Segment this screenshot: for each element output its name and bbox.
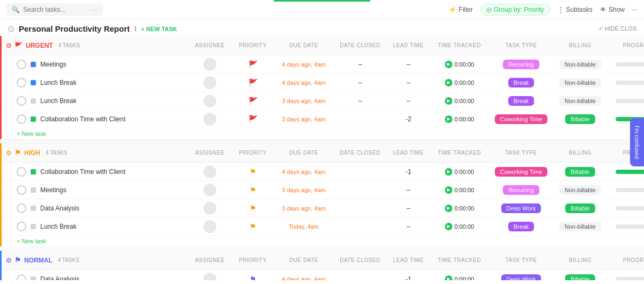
search-input[interactable] bbox=[23, 6, 88, 13]
task-type-cell: Deep Work bbox=[489, 203, 553, 213]
avatar[interactable] bbox=[203, 273, 216, 281]
task-type-badge: Coworking Time bbox=[495, 167, 548, 177]
timer-icon: ▶ bbox=[445, 168, 452, 176]
col-time-tracked-urgent: TIME TRACKED bbox=[430, 42, 489, 48]
expand-icon[interactable] bbox=[17, 203, 26, 213]
filter-button[interactable]: ⚡ Filter bbox=[449, 6, 473, 13]
timer-icon: ▶ bbox=[445, 97, 452, 105]
time-tracked-cell: ▶ 0:00:00 bbox=[430, 205, 489, 212]
task-name[interactable]: Lunch Break bbox=[40, 79, 76, 86]
hide-close-button[interactable]: ✓ HIDE CLOS bbox=[598, 25, 636, 32]
due-date: 3 days ago, 4am bbox=[282, 187, 325, 193]
task-name[interactable]: Collaboration Time with Client bbox=[40, 115, 126, 123]
task-name[interactable]: Meetings bbox=[40, 186, 67, 194]
expand-icon[interactable] bbox=[17, 114, 26, 124]
priority-cell[interactable]: ⚑ bbox=[231, 222, 274, 231]
billing-cell: Non-billable bbox=[553, 60, 607, 69]
new-task-link-high[interactable]: + New task bbox=[2, 236, 644, 246]
priority-flag: ⚑ bbox=[250, 275, 257, 281]
expand-icon[interactable] bbox=[17, 96, 26, 106]
new-task-link-urgent[interactable]: + New task bbox=[2, 128, 644, 139]
show-button[interactable]: 👁 Show bbox=[600, 6, 625, 13]
priority-cell[interactable]: ⚑ bbox=[231, 186, 274, 194]
avatar[interactable] bbox=[203, 165, 216, 178]
lead-time-cell: – bbox=[387, 61, 430, 68]
billing-badge: Non-billable bbox=[559, 60, 601, 69]
priority-cell[interactable]: 🚩 bbox=[231, 115, 274, 123]
priority-cell[interactable]: ⚑ bbox=[231, 275, 274, 281]
avatar[interactable] bbox=[203, 184, 216, 196]
urgent-group-name[interactable]: ⊙ 🚩 URGENT 4 TASKS bbox=[6, 42, 188, 49]
expand-icon[interactable] bbox=[17, 222, 26, 231]
task-name[interactable]: Data Analysis bbox=[40, 275, 79, 281]
avatar[interactable] bbox=[203, 202, 216, 215]
task-name-cell: Collaboration Time with Client bbox=[6, 167, 188, 177]
expand-icon[interactable] bbox=[17, 78, 26, 88]
priority-cell[interactable]: ⚑ bbox=[231, 168, 274, 176]
priority-cell[interactable]: 🚩 bbox=[231, 60, 274, 69]
task-dot bbox=[31, 206, 36, 211]
search-box[interactable]: 🔍 ··· bbox=[6, 3, 103, 16]
group-icon: ◎ bbox=[486, 6, 492, 13]
col-due-date-normal: DUE DATE bbox=[274, 257, 333, 263]
col-billing-normal: BILLING bbox=[553, 257, 607, 263]
group-by-button[interactable]: ◎ Group by: Priority bbox=[480, 4, 550, 16]
task-type-badge: Break bbox=[508, 78, 535, 88]
avatar[interactable] bbox=[203, 220, 216, 233]
task-name[interactable]: Meetings bbox=[40, 61, 67, 68]
new-task-button[interactable]: + NEW TASK bbox=[141, 26, 177, 32]
subtasks-button[interactable]: ⋮ Subtasks bbox=[558, 6, 592, 13]
table-row: Lunch Break 🚩 4 days ago, 4am – – ▶ 0:00… bbox=[2, 74, 644, 92]
task-name[interactable]: Lunch Break bbox=[40, 97, 76, 105]
lead-time-cell: – bbox=[387, 205, 430, 212]
lead-time-cell: -1 bbox=[387, 168, 430, 176]
priority-cell[interactable]: 🚩 bbox=[231, 78, 274, 87]
urgent-group-header: ⊙ 🚩 URGENT 4 TASKS ASSIGNEE PRIORITY DUE… bbox=[2, 36, 644, 55]
task-name[interactable]: Collaboration Time with Client bbox=[40, 168, 126, 176]
progress-bar bbox=[616, 99, 645, 103]
high-group-name[interactable]: ⊙ ⚑ HIGH 4 TASKS bbox=[6, 149, 188, 157]
avatar[interactable] bbox=[203, 58, 216, 71]
avatar[interactable] bbox=[203, 76, 216, 89]
high-flag: ⚑ bbox=[14, 149, 21, 157]
col-progress-normal: PROGRESS bbox=[607, 257, 644, 263]
time-tracked-cell: ▶ 0:00:00 bbox=[430, 223, 489, 230]
expand-icon[interactable] bbox=[17, 185, 26, 195]
priority-cell[interactable]: 🚩 bbox=[231, 97, 274, 105]
expand-icon[interactable] bbox=[17, 60, 26, 69]
info-icon[interactable]: ℹ bbox=[134, 25, 137, 33]
task-type-badge: Deep Work bbox=[501, 203, 541, 213]
assignee-cell bbox=[188, 165, 231, 178]
col-assignee-high: ASSIGNEE bbox=[188, 150, 231, 156]
assignee-cell bbox=[188, 76, 231, 89]
billing-badge: Billable bbox=[565, 203, 595, 213]
more-icon[interactable]: ··· bbox=[91, 5, 98, 14]
collapse-icon[interactable]: ⊙ bbox=[8, 24, 14, 34]
col-due-date-high: DUE DATE bbox=[274, 150, 333, 156]
due-date-cell: 3 days ago, 4am bbox=[274, 98, 333, 104]
priority-cell[interactable]: ⚑ bbox=[231, 204, 274, 213]
billing-badge: Non-billable bbox=[559, 96, 601, 106]
avatar[interactable] bbox=[203, 113, 216, 126]
more-options-button[interactable]: ··· bbox=[632, 6, 638, 13]
progress-cell: 0% bbox=[607, 205, 644, 211]
expand-icon[interactable] bbox=[17, 167, 26, 177]
lead-time-cell: – bbox=[387, 79, 430, 86]
confused-tab[interactable]: I'm confused bbox=[630, 118, 644, 166]
task-name[interactable]: Data Analysis bbox=[40, 205, 79, 212]
expand-icon[interactable] bbox=[17, 274, 26, 281]
assignee-cell bbox=[188, 94, 231, 107]
table-row: Meetings 🚩 4 days ago, 4am – – ▶ 0:00:00… bbox=[2, 55, 644, 74]
col-task-type-normal: TASK TYPE bbox=[489, 257, 553, 263]
section-divider-2 bbox=[0, 246, 644, 251]
task-name-cell: Lunch Break bbox=[6, 78, 188, 88]
progress-cell: 0% bbox=[607, 276, 644, 280]
billing-cell: Billable bbox=[553, 167, 607, 177]
table-row: Data Analysis ⚑ 4 days ago, 4am -1 ▶ 0:0… bbox=[2, 270, 644, 280]
task-name-cell: Collaboration Time with Client bbox=[6, 114, 188, 124]
task-type-cell: Deep Work bbox=[489, 274, 553, 281]
task-name[interactable]: Lunch Break bbox=[40, 223, 76, 230]
timer-icon: ▶ bbox=[445, 79, 452, 86]
normal-group-name[interactable]: ⊙ ⚑ NORMAL 4 TASKS bbox=[6, 256, 188, 264]
avatar[interactable] bbox=[203, 94, 216, 107]
